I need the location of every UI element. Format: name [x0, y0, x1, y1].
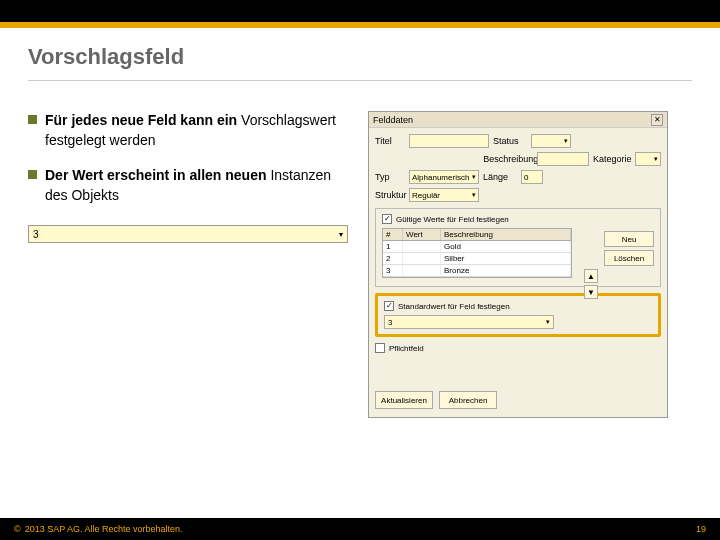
label-title: Titel — [375, 136, 405, 146]
checkbox-valid-values[interactable]: ✓ — [382, 214, 392, 224]
label-mandatory: Pflichtfeld — [389, 344, 424, 353]
select-status[interactable] — [531, 134, 571, 148]
label-valid-values: Gültige Werte für Feld festlegen — [396, 215, 509, 224]
delete-button[interactable]: Löschen — [604, 250, 654, 266]
top-black-bar — [0, 0, 720, 22]
select-category[interactable] — [635, 152, 661, 166]
label-type: Typ — [375, 172, 405, 182]
footer: © 2013 SAP AG. Alle Rechte vorbehalten. … — [0, 518, 720, 540]
bullet-item: Der Wert erscheint in allen neuen Instan… — [28, 166, 348, 205]
sample-value: 3 — [33, 229, 39, 240]
valid-values-section: ✓ Gültige Werte für Feld festlegen # Wer… — [375, 208, 661, 287]
cancel-button[interactable]: Abbrechen — [439, 391, 497, 409]
th-desc: Beschreibung — [441, 229, 571, 240]
table-row[interactable]: 2 Silber — [383, 253, 571, 265]
update-button[interactable]: Aktualisieren — [375, 391, 433, 409]
page-title: Vorschlagsfeld — [28, 44, 692, 70]
select-default-value[interactable]: 3 — [384, 315, 554, 329]
values-table: # Wert Beschreibung 1 Gold 2 — [382, 228, 572, 278]
dialog-title-text: Felddaten — [373, 115, 413, 125]
bullet-bold: Der Wert erscheint in allen neuen — [45, 167, 266, 183]
label-desc: Beschreibung — [483, 154, 533, 164]
checkbox-mandatory[interactable] — [375, 343, 385, 353]
label-struct: Struktur — [375, 190, 405, 200]
label-default-value: Standardwert für Feld festlegen — [398, 302, 510, 311]
move-up-button[interactable]: ▲ — [584, 269, 598, 283]
select-struct[interactable]: Regulär — [409, 188, 479, 202]
page-number: 19 — [696, 524, 706, 534]
th-val: Wert — [403, 229, 441, 240]
select-type[interactable]: Alphanumerisch — [409, 170, 479, 184]
dialog-titlebar: Felddaten ✕ — [369, 112, 667, 128]
checkbox-default-value[interactable]: ✓ — [384, 301, 394, 311]
divider — [28, 80, 692, 81]
bullet-item: Für jedes neue Feld kann ein Vorschlagsw… — [28, 111, 348, 150]
square-bullet-icon — [28, 170, 37, 179]
input-title[interactable] — [409, 134, 489, 148]
copyright-icon: © — [14, 524, 21, 534]
input-desc[interactable] — [537, 152, 589, 166]
square-bullet-icon — [28, 115, 37, 124]
bullet-bold: Für jedes neue Feld kann ein — [45, 112, 237, 128]
label-length: Länge — [483, 172, 517, 182]
sample-dropdown[interactable]: 3 — [28, 225, 348, 243]
default-value-section: ✓ Standardwert für Feld festlegen 3 — [375, 293, 661, 337]
move-down-button[interactable]: ▼ — [584, 285, 598, 299]
close-button[interactable]: ✕ — [651, 114, 663, 126]
label-category: Kategorie — [593, 154, 631, 164]
new-button[interactable]: Neu — [604, 231, 654, 247]
table-row[interactable]: 3 Bronze — [383, 265, 571, 277]
label-status: Status — [493, 136, 527, 146]
field-data-dialog: Felddaten ✕ Titel Status Beschreibung — [368, 111, 668, 418]
copyright-text: 2013 SAP AG. Alle Rechte vorbehalten. — [25, 524, 183, 534]
table-row[interactable]: 1 Gold — [383, 241, 571, 253]
input-length[interactable]: 0 — [521, 170, 543, 184]
th-num: # — [383, 229, 403, 240]
